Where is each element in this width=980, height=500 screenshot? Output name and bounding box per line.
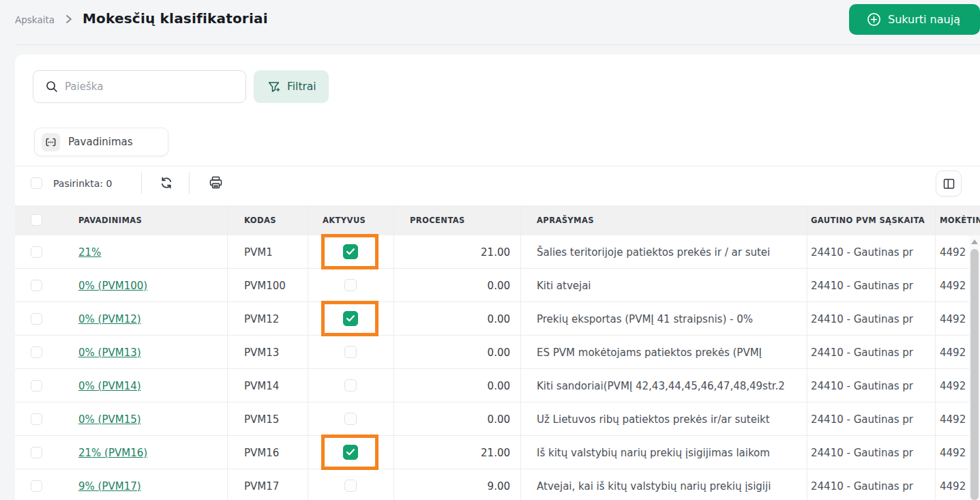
select-all-checkbox[interactable] [31,177,42,189]
column-divider [520,205,521,500]
percent-cell: 9.00 [394,469,510,500]
toolbar-separator [189,172,190,194]
table-rows: 21% PVM1 21.00 Šalies teritorijoje patie… [15,235,980,500]
chip-label: Pavadinimas [68,136,133,148]
column-divider [308,205,308,500]
scrollbar-thumb[interactable] [970,249,979,500]
vat-receivable-cell: 24410 - Gautinas pr [811,235,934,269]
create-new-label: Sukurti naują [888,13,960,26]
table-row: 9% (PVM17) PVM17 9.00 Atvejai, kai iš ki… [15,469,980,500]
column-header-aktyvus: AKTYVUS [323,205,366,235]
column-header-moketino-pvm: MOKĖTIN [940,205,980,235]
columns-icon [943,178,955,190]
vat-receivable-cell: 24410 - Gautinas pr [811,436,934,469]
row-select-checkbox[interactable] [31,480,42,492]
percent-cell: 0.00 [394,269,510,302]
active-checkbox[interactable] [344,279,357,291]
column-header-pavadinimas: PAVADINIMAS [78,205,142,235]
selected-count-label: Pasirinkta: 0 [53,178,112,189]
description-cell: Šalies teritorijoje patiektos prekės ir … [537,235,807,269]
table-header: PAVADINIMAS KODAS AKTYVUS PROCENTAS APRA… [15,205,980,235]
active-checkbox[interactable] [344,413,357,425]
percent-cell: 21.00 [394,436,510,469]
description-cell: Iš kitų valstybių narių prekių įsigijima… [537,436,807,469]
name-link[interactable]: 9% (PVM17) [78,480,141,492]
row-select-checkbox[interactable] [31,313,42,325]
row-select-checkbox[interactable] [31,280,42,291]
scrollbar-up-arrow[interactable] [971,239,978,244]
filters-button[interactable]: Filtrai [254,70,329,103]
description-cell: Prekių eksportas (PVMĮ 41 straipsnis) - … [537,302,807,336]
header-select-all-checkbox[interactable] [31,214,42,226]
row-select-checkbox[interactable] [31,413,42,425]
row-select-checkbox[interactable] [31,347,42,358]
active-checkbox[interactable] [344,480,357,492]
name-link[interactable]: 0% (PVM15) [78,413,141,426]
name-link[interactable]: 0% (PVM13) [78,347,141,359]
row-select-checkbox[interactable] [31,246,42,258]
name-link[interactable]: 0% (PVM100) [78,280,147,292]
column-header-aprasymas: APRAŠYMAS [537,205,594,235]
description-cell: Atvejai, kai iš kitų valstybių narių pre… [537,469,807,500]
brackets-icon [42,133,60,151]
description-cell: ES PVM mokėtojams patiektos prekės (PVMĮ [537,336,807,369]
column-header-procentas: PROCENTAS [410,205,465,235]
row-select-checkbox[interactable] [31,447,42,458]
vertical-scrollbar [969,235,980,500]
header-divider [15,44,980,45]
table-row: 21% PVM1 21.00 Šalies teritorijoje patie… [15,235,980,269]
name-link[interactable]: 21% [78,246,101,259]
vat-receivable-cell: 24410 - Gautinas pr [811,269,934,302]
table-row: 0% (PVM14) PVM14 0.00 Kiti sandoriai(PVM… [15,369,980,402]
percent-cell: 0.00 [394,336,510,369]
create-new-button[interactable]: Sukurti naują [849,4,980,35]
search-input[interactable] [65,80,228,93]
print-button[interactable] [209,175,223,192]
description-cell: Kiti atvejai [537,269,807,302]
chevron-right-icon [65,14,73,24]
vat-receivable-cell: 24410 - Gautinas pr [811,369,934,402]
vat-receivable-cell: 24410 - Gautinas pr [811,402,934,436]
vat-receivable-cell: 24410 - Gautinas pr [811,336,934,369]
refresh-icon [160,176,173,190]
toolbar-divider [15,166,980,166]
funnel-plus-icon [267,80,280,93]
plus-circle-icon [867,12,881,27]
column-settings-button[interactable] [936,171,962,196]
percent-cell: 0.00 [394,369,510,402]
filters-label: Filtrai [287,80,316,93]
column-header-gautino-pvm: GAUTINO PVM SĄSKAITA [811,205,925,235]
percent-cell: 0.00 [394,302,510,336]
column-divider [227,205,228,500]
search-box[interactable] [33,70,246,103]
table-row: 21% (PVM16) PVM16 21.00 Iš kitų valstybi… [15,436,980,469]
column-divider [935,205,936,500]
percent-cell: 21.00 [394,235,510,269]
active-checkbox[interactable] [344,346,357,358]
refresh-button[interactable] [160,176,173,192]
highlight-box [321,234,378,269]
table-row: 0% (PVM13) PVM13 0.00 ES PVM mokėtojams … [15,336,980,369]
vat-receivable-cell: 24410 - Gautinas pr [811,469,934,500]
table-row: 0% (PVM12) PVM12 0.00 Prekių eksportas (… [15,302,980,336]
tax-classifiers-page: Apskaita Mokesčių klasifikatoriai Sukurt… [0,0,980,500]
name-link[interactable]: 0% (PVM12) [78,313,141,325]
breadcrumb[interactable]: Apskaita [15,14,55,25]
percent-cell: 0.00 [394,402,510,436]
description-cell: Už Lietuvos ribų patiektos prekės ir/ar … [537,402,807,436]
column-chip-pavadinimas[interactable]: Pavadinimas [34,128,168,156]
search-icon [46,80,58,93]
name-link[interactable]: 21% (PVM16) [78,447,147,459]
column-divider [807,205,807,500]
highlight-box [321,435,378,470]
description-cell: Kiti sandoriai(PVMĮ 42,43,44,45,46,47,48… [537,369,807,402]
column-divider [394,205,394,500]
toolbar-separator [141,172,142,194]
printer-icon [209,175,223,190]
table-row: 0% (PVM100) PVM100 0.00 Kiti atvejai 244… [15,269,980,302]
name-link[interactable]: 0% (PVM14) [78,380,141,392]
row-select-checkbox[interactable] [31,380,42,392]
active-checkbox[interactable] [344,379,357,392]
column-header-kodas: KODAS [244,205,276,235]
highlight-box [321,301,378,336]
